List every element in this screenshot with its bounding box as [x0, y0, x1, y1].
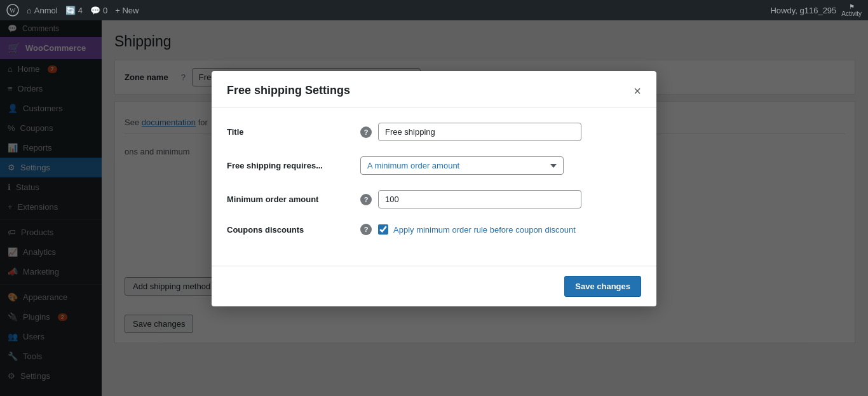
min-order-field-row: Minimum order amount ? — [227, 190, 641, 208]
modal-overlay[interactable]: Free shipping Settings × Title ? Free sh… — [0, 20, 868, 396]
updates-link[interactable]: 🔄 4 — [65, 6, 83, 15]
modal-footer: Save changes — [212, 266, 656, 306]
coupons-discounts-text: Apply minimum order rule before coupon d… — [393, 225, 576, 235]
title-help-icon[interactable]: ? — [360, 126, 372, 138]
modal-close-button[interactable]: × — [634, 85, 641, 97]
coupons-discounts-checkbox[interactable] — [378, 224, 388, 235]
coupons-discounts-field-row: Coupons discounts ? Apply minimum order … — [227, 224, 641, 235]
title-input[interactable] — [378, 123, 581, 141]
min-order-help-icon[interactable]: ? — [360, 194, 372, 205]
requires-field-label: Free shipping requires... — [227, 161, 354, 170]
title-field-row: Title ? — [227, 123, 641, 141]
modal-save-button[interactable]: Save changes — [564, 276, 641, 297]
modal-title: Free shipping Settings — [227, 84, 350, 97]
free-shipping-modal: Free shipping Settings × Title ? Free sh… — [212, 71, 656, 306]
admin-bar: W ⌂ Anmol 🔄 4 💬 0 + New Howdy, g116_295 … — [0, 0, 868, 20]
requires-select[interactable]: A minimum order amount A valid coupon A … — [360, 156, 564, 175]
comment-icon: 💬 — [90, 6, 100, 15]
min-order-input[interactable] — [378, 190, 581, 208]
flag-icon: ⚑ — [849, 3, 855, 10]
modal-header: Free shipping Settings × — [212, 71, 656, 107]
house-icon: ⌂ — [27, 6, 32, 15]
title-field-label: Title — [227, 127, 354, 137]
site-name-link[interactable]: ⌂ Anmol — [27, 6, 58, 15]
modal-body: Title ? Free shipping requires... A mini… — [212, 107, 656, 266]
wp-logo-link[interactable]: W — [6, 4, 19, 17]
svg-text:W: W — [10, 7, 16, 14]
comments-link[interactable]: 💬 0 — [90, 6, 107, 15]
activity-button[interactable]: ⚑ Activity — [841, 3, 862, 17]
coupons-discounts-help-icon[interactable]: ? — [360, 224, 372, 235]
new-content-link[interactable]: + New — [115, 6, 139, 15]
min-order-label: Minimum order amount — [227, 195, 354, 204]
coupons-discounts-checkbox-label[interactable]: Apply minimum order rule before coupon d… — [378, 224, 576, 235]
howdy-text: Howdy, g116_295 — [770, 6, 836, 15]
updates-icon: 🔄 — [65, 6, 76, 15]
requires-field-row: Free shipping requires... A minimum orde… — [227, 156, 641, 175]
coupons-discounts-label: Coupons discounts — [227, 225, 354, 235]
